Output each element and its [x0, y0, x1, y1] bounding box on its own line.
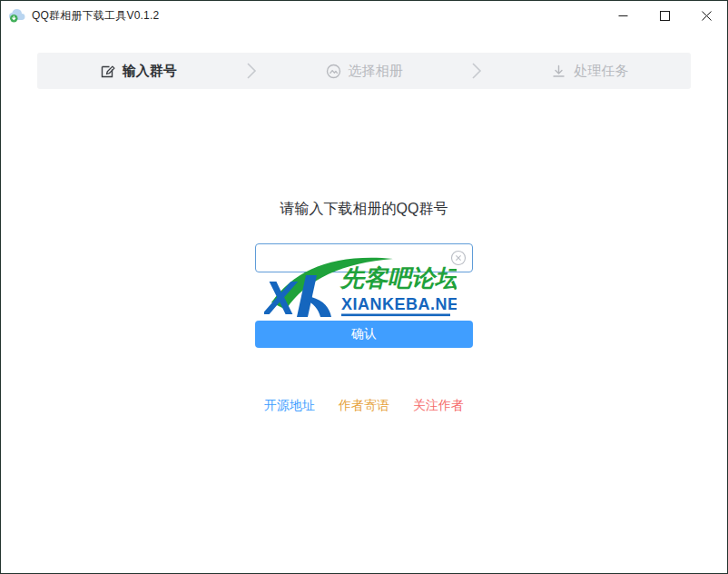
- steps-bar: 输入群号 选择相册 处理任务: [37, 53, 691, 89]
- step-process-tasks: 处理任务: [488, 63, 691, 80]
- main-content: 请输入下载相册的QQ群号 X 先客吧论坛 XIANKEBA.NET: [1, 89, 727, 414]
- maximize-button[interactable]: [644, 1, 685, 30]
- maximize-icon: [660, 11, 670, 21]
- app-window: QQ群相册下载工具V0.1.2 输入群号 选择相册: [0, 0, 728, 574]
- clear-input-icon[interactable]: [450, 250, 467, 266]
- window-title: QQ群相册下载工具V0.1.2: [32, 8, 159, 24]
- link-open-source[interactable]: 开源地址: [264, 398, 315, 414]
- close-icon: [702, 11, 712, 21]
- chevron-right-icon: [240, 62, 263, 80]
- minimize-icon: [618, 11, 628, 21]
- chevron-right-icon: [465, 62, 488, 80]
- step-label: 选择相册: [349, 63, 403, 80]
- input-area: X 先客吧论坛 XIANKEBA.NET: [255, 243, 473, 272]
- svg-text:X: X: [264, 272, 299, 321]
- confirm-button[interactable]: 确认: [255, 321, 473, 348]
- title-bar: QQ群相册下载工具V0.1.2: [1, 1, 727, 30]
- step-label: 输入群号: [123, 63, 177, 80]
- group-number-input[interactable]: [255, 243, 473, 272]
- link-follow-author[interactable]: 关注作者: [413, 398, 464, 414]
- footer-links: 开源地址 作者寄语 关注作者: [264, 398, 464, 414]
- edit-icon: [100, 64, 115, 79]
- watermark-site-url: XIANKEBA.NET: [341, 295, 457, 313]
- step-label: 处理任务: [574, 63, 628, 80]
- close-button[interactable]: [685, 1, 727, 30]
- step-select-album: 选择相册: [263, 63, 466, 80]
- album-icon: [326, 64, 341, 79]
- app-cloud-download-icon: [8, 8, 26, 23]
- step-enter-group-number: 输入群号: [37, 63, 240, 80]
- download-icon: [551, 64, 566, 79]
- link-author-message[interactable]: 作者寄语: [339, 398, 389, 414]
- minimize-button[interactable]: [602, 1, 644, 30]
- page-title: 请输入下载相册的QQ群号: [280, 200, 448, 219]
